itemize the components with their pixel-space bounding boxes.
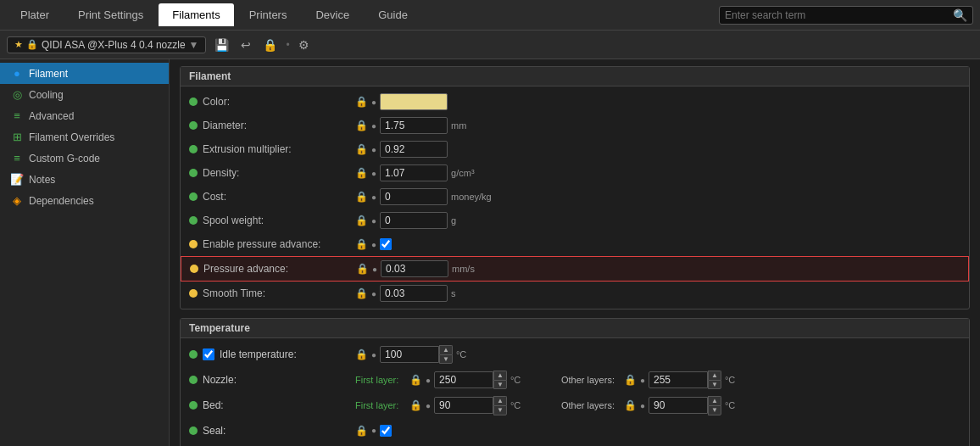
idle-temp-input[interactable]: [380, 346, 439, 363]
nozzle-other-temp: Other layers: 🔒 ● ▲ ▼ °C: [561, 371, 759, 389]
tab-filaments[interactable]: Filaments: [159, 3, 233, 26]
sidebar-item-dependencies[interactable]: ◈ Dependencies: [0, 190, 169, 211]
nozzle-other-bullet: ●: [640, 376, 645, 385]
pressure-advance-controls: 🔒 ● mm/s: [356, 260, 960, 277]
idle-temp-checkbox[interactable]: [203, 348, 214, 360]
idle-temp-down-btn[interactable]: ▼: [439, 354, 453, 365]
tab-print-settings[interactable]: Print Settings: [64, 3, 157, 26]
nozzle-temp-row: Nozzle: First layer: 🔒 ● ▲ ▼: [181, 367, 969, 393]
spool-bullet: ●: [371, 216, 376, 226]
nozzle-other-lock-icon[interactable]: 🔒: [624, 374, 637, 386]
seal-lock-icon[interactable]: 🔒: [355, 425, 368, 437]
sidebar-item-filament-overrides[interactable]: ⊞ Filament Overrides: [0, 126, 169, 148]
bed-temp-up-btn[interactable]: ▲: [493, 396, 507, 405]
bed-other-down-btn[interactable]: ▼: [708, 405, 721, 415]
spool-label: Spool weight:: [203, 215, 355, 226]
color-lock-icon[interactable]: 🔒: [355, 96, 368, 108]
diameter-bullet: ●: [371, 121, 376, 131]
bed-other-temp: Other layers: 🔒 ● ▲ ▼ °C: [561, 396, 759, 415]
sidebar-label-filament: Filament: [29, 68, 68, 80]
sidebar-item-cooling[interactable]: ◎ Cooling: [0, 84, 169, 105]
nozzle-other-spinner-btns: ▲ ▼: [708, 371, 721, 389]
smooth-time-bullet: ●: [371, 289, 376, 298]
density-lock-icon[interactable]: 🔒: [355, 167, 368, 179]
lock-button[interactable]: 🔒: [259, 36, 281, 53]
density-row: Density: 🔒 ● g/cm³: [181, 161, 969, 185]
smooth-time-lock-icon[interactable]: 🔒: [355, 287, 368, 299]
bed-temp-label: Bed:: [203, 399, 224, 411]
sidebar-item-advanced[interactable]: ≡ Advanced: [0, 105, 169, 126]
diameter-input[interactable]: [380, 117, 448, 134]
spool-input[interactable]: [380, 212, 448, 229]
chevron-down-icon[interactable]: ▼: [189, 39, 199, 51]
cost-input[interactable]: [380, 188, 448, 205]
nozzle-other-down-btn[interactable]: ▼: [708, 380, 721, 390]
density-indicator: [189, 169, 198, 177]
undo-button[interactable]: ↩: [237, 36, 254, 53]
idle-temp-lock-icon[interactable]: 🔒: [355, 348, 368, 360]
idle-temp-indicator: [189, 350, 198, 359]
smooth-time-input[interactable]: [380, 285, 448, 302]
nozzle-other-up-btn[interactable]: ▲: [708, 371, 721, 380]
nozzle-temp-up-btn[interactable]: ▲: [493, 371, 507, 380]
nozzle-temp-down-btn[interactable]: ▼: [493, 380, 507, 390]
bed-temp-lock-icon[interactable]: 🔒: [409, 399, 422, 411]
notes-icon: 📝: [10, 173, 24, 186]
top-navigation: Plater Print Settings Filaments Printers…: [0, 0, 980, 31]
color-indicator: [189, 98, 198, 106]
search-input[interactable]: [725, 9, 953, 21]
bed-other-up-btn[interactable]: ▲: [708, 396, 721, 405]
enable-pressure-bullet: ●: [371, 240, 376, 249]
idle-temp-row: Idle temperature: 🔒 ● ▲ ▼ °C: [181, 342, 969, 367]
bed-other-input[interactable]: [649, 397, 708, 414]
sidebar-item-custom-gcode[interactable]: ≡ Custom G-code: [0, 148, 169, 169]
extrusion-input[interactable]: [380, 141, 448, 158]
extrusion-label: Extrusion multiplier:: [203, 143, 355, 155]
seal-checkbox[interactable]: [380, 425, 392, 437]
spool-unit: g: [451, 215, 485, 226]
enable-pressure-checkbox[interactable]: [380, 238, 392, 250]
bed-temp-down-btn[interactable]: ▼: [493, 405, 507, 415]
idle-temp-label-section: Idle temperature:: [203, 348, 355, 360]
idle-temp-label: Idle temperature:: [220, 348, 297, 360]
sidebar-item-filament[interactable]: ● Filament: [0, 63, 169, 84]
temperature-section: Temperature Idle temperature: 🔒 ●: [180, 318, 970, 446]
tab-device[interactable]: Device: [302, 3, 363, 26]
diameter-lock-icon[interactable]: 🔒: [355, 120, 368, 131]
bed-temp-bullet: ●: [426, 401, 431, 410]
color-swatch[interactable]: [380, 93, 448, 110]
bed-other-lock-icon[interactable]: 🔒: [624, 399, 637, 411]
enable-pressure-lock-icon[interactable]: 🔒: [355, 238, 368, 250]
advanced-icon: ≡: [10, 109, 24, 122]
sidebar-label-overrides: Filament Overrides: [29, 131, 114, 143]
cost-bullet: ●: [371, 192, 376, 202]
nozzle-temp-lock-icon[interactable]: 🔒: [409, 374, 422, 386]
spool-lock-icon[interactable]: 🔒: [355, 215, 368, 226]
nozzle-other-input[interactable]: [649, 371, 708, 388]
preset-badge: ★ 🔒 QIDI ASA @X-Plus 4 0.4 nozzle ▼: [7, 36, 206, 53]
nozzle-temp-spinner-btns: ▲ ▼: [493, 371, 507, 389]
filament-icon: ●: [10, 67, 24, 80]
bed-temp-label-section: Bed:: [203, 399, 355, 411]
diameter-indicator: [189, 121, 198, 130]
sidebar: ● Filament ◎ Cooling ≡ Advanced ⊞ Filame…: [0, 59, 170, 446]
tab-plater[interactable]: Plater: [7, 3, 63, 26]
tab-printers[interactable]: Printers: [236, 3, 301, 26]
density-input[interactable]: [380, 164, 448, 181]
idle-temp-unit: °C: [456, 349, 490, 360]
save-button[interactable]: 💾: [211, 36, 232, 53]
pressure-advance-lock-icon[interactable]: 🔒: [356, 263, 369, 275]
settings-button[interactable]: ⚙: [295, 36, 313, 53]
seal-bullet: ●: [371, 426, 376, 435]
tab-guide[interactable]: Guide: [365, 3, 421, 26]
gcode-icon: ≡: [10, 152, 24, 164]
cost-lock-icon[interactable]: 🔒: [355, 191, 368, 203]
color-bullet: ●: [371, 98, 376, 107]
extrusion-lock-icon[interactable]: 🔒: [355, 143, 368, 155]
bed-temp-input[interactable]: [434, 397, 493, 414]
spool-controls: 🔒 ● g: [355, 212, 961, 229]
sidebar-item-notes[interactable]: 📝 Notes: [0, 169, 169, 190]
pressure-advance-input[interactable]: [381, 260, 448, 277]
idle-temp-up-btn[interactable]: ▲: [439, 345, 453, 354]
nozzle-temp-input[interactable]: [434, 371, 493, 388]
